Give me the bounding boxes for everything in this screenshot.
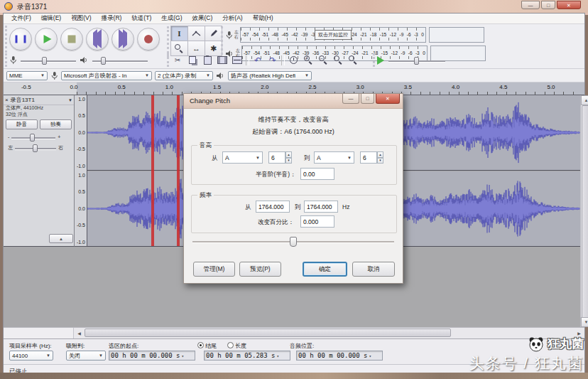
playback-volume-slider[interactable] [92,56,148,65]
scroll-left-arrow[interactable]: ◀ [75,329,84,338]
percent-change-slider[interactable] [191,236,396,247]
menu-item[interactable]: 效果(C) [187,14,218,23]
playback-speed-slider[interactable] [388,56,445,65]
redo-button[interactable]: ↷ [266,55,279,66]
record-button[interactable] [137,28,160,50]
track-gain-slider[interactable] [11,133,55,142]
menu-item[interactable]: 分析(A) [217,14,247,23]
track-pan-slider[interactable] [15,144,56,152]
copy-button[interactable] [186,55,199,66]
vertical-scale-label: 0.0 [78,130,85,135]
track-collapse-button[interactable]: ▲ [49,234,73,243]
menu-item[interactable]: 视图(V) [66,14,96,23]
menu-item[interactable]: 生成(G) [156,14,187,23]
recording-volume-slider[interactable] [21,56,76,65]
track-menu-button[interactable]: ▼ [68,98,72,102]
zoom-in-button[interactable]: + [302,55,315,66]
octave-to-field[interactable]: 6 [360,151,377,164]
pause-button[interactable] [9,28,32,50]
skip-to-start-button[interactable] [86,28,109,50]
vertical-scroll-thumb[interactable] [582,105,588,319]
octave-from-field[interactable]: 6 [268,151,285,164]
vertical-scale-label: 0.5 [78,113,85,118]
timeline-tick-label: 3.5 [404,84,412,90]
menu-item[interactable]: 编辑(E) [36,14,66,23]
dialog-minimize-button[interactable]: — [342,94,359,104]
recording-meter[interactable]: 左右 -57-54-51-48-45-42-39-36-33-30-27-24-… [225,26,494,43]
cancel-button[interactable]: 取消 [352,262,395,277]
sync-lock-button[interactable] [287,55,300,66]
playback-device-select[interactable]: 扬声器 (Realtek High Defi▼ [228,71,312,80]
snap-to-select[interactable]: 关闭▼ [66,351,106,361]
audio-host-select[interactable]: MME▼ [6,71,48,80]
stop-button[interactable] [60,28,83,50]
menu-item[interactable]: 文件(F) [6,14,36,23]
clock-icon [290,56,298,64]
window-titlebar[interactable]: 录音1371 — □ ✕ [0,0,588,13]
track-control-panel[interactable]: × 录音13T1 ▼ 立体声, 44100Hz 32位 浮点 静音 独奏 - +… [4,95,75,247]
play-button[interactable] [35,28,58,50]
selection-tool-button[interactable]: I [170,26,188,41]
menu-item[interactable]: 轨道(T) [126,14,156,23]
dialog-close-button[interactable]: ✕ [376,94,400,104]
project-rate-select[interactable]: 44100▼ [9,351,53,361]
menu-item[interactable]: 帮助(H) [248,14,278,23]
octave-to-spinner[interactable]: ▲▼ [377,151,383,164]
horizontal-scrollbar[interactable]: ◀ ▶ [4,327,584,338]
window-minimize-button[interactable]: — [521,1,540,9]
scroll-up-arrow[interactable]: ▲ [581,95,588,105]
slider-thumb[interactable] [290,237,297,247]
ok-button[interactable]: 确定 [303,262,347,277]
dialog-maximize-button[interactable]: □ [361,94,374,104]
audio-position-field[interactable]: 00 h 00 m 00.000 s▾ [296,351,383,361]
desktop: 录音1371 — □ ✕ 文件(F)编辑(E)视图(V)播录(R)轨道(T)生成… [0,0,588,379]
scroll-down-arrow[interactable]: ▼ [581,317,588,327]
zoom-out-button[interactable]: − [317,55,330,66]
frequency-from-field[interactable]: 1764.000 [256,201,290,213]
envelope-tool-button[interactable] [187,26,205,41]
selection-end-field[interactable]: 00 h 00 m 05.283 s▾ [204,351,290,361]
fit-selection-button[interactable] [332,55,344,66]
window-close-button[interactable]: ✕ [557,1,581,9]
percent-change-field[interactable]: 0.000 [300,215,334,228]
menu-item[interactable]: 播录(R) [97,14,127,23]
octave-from-spinner[interactable]: ▲▼ [285,151,292,164]
end-radio[interactable]: 结尾 [197,342,217,350]
selection-start-field[interactable]: 00 h 00 m 00.000 s▾ [109,351,195,361]
paste-button[interactable] [201,55,214,66]
length-radio[interactable]: 长度 [227,342,246,350]
fit-project-button[interactable] [347,55,359,66]
silence-audio-button[interactable] [231,55,244,66]
window-maximize-button[interactable]: □ [541,1,555,9]
record-icon [144,35,153,43]
manage-button[interactable]: 管理(M) [193,262,235,277]
timeline-tick-label: 5.0 [547,84,555,90]
track-close-button[interactable]: × [5,97,9,103]
cut-button[interactable]: ✂ [171,55,184,66]
vertical-scrollbar[interactable]: ▲ ▼ [580,95,588,327]
toolbar-area: I ↔ ✱ 左右 -57-54-51-48-45-42-39-36-33-30-… [4,24,584,69]
trim-audio-button[interactable] [216,55,229,66]
timeline-tick-label: 2.5 [308,84,316,90]
stop-icon [68,36,76,43]
monitor-hint[interactable]: 双击开始监控 [315,30,352,40]
mute-button[interactable]: 静音 [6,119,38,129]
solo-button[interactable]: 独奏 [40,119,72,129]
recording-device-select[interactable]: Microsoft 声音映射器 - In▼ [61,71,152,80]
semitones-field[interactable]: 0.00 [300,168,334,180]
recording-channels-select[interactable]: 2 (立体声) 录制▼ [155,71,213,80]
pitch-from-select[interactable]: A▼ [222,151,263,164]
play-at-speed-button[interactable] [377,56,384,65]
horizontal-scroll-thumb[interactable] [85,329,451,337]
timeline-tick-label: 3.0 [356,84,364,90]
draw-tool-button[interactable] [205,26,222,41]
frequency-to-field[interactable]: 1764.000 [304,201,338,213]
pitch-to-select[interactable]: A▼ [314,151,354,164]
vertical-scale-ruler[interactable]: 1.00.50.0-0.5-1.01.00.50.0-0.5-1.0 [75,95,87,247]
preview-button[interactable]: 预览(P) [239,262,281,277]
skip-to-end-button[interactable] [111,28,134,50]
dialog-titlebar[interactable]: Change Pitch — □ ✕ [184,94,403,109]
scroll-right-arrow[interactable]: ▶ [575,329,584,338]
undo-button[interactable]: ↶ [251,55,264,66]
project-rate-label: 项目采样率 (Hz): [9,342,52,350]
